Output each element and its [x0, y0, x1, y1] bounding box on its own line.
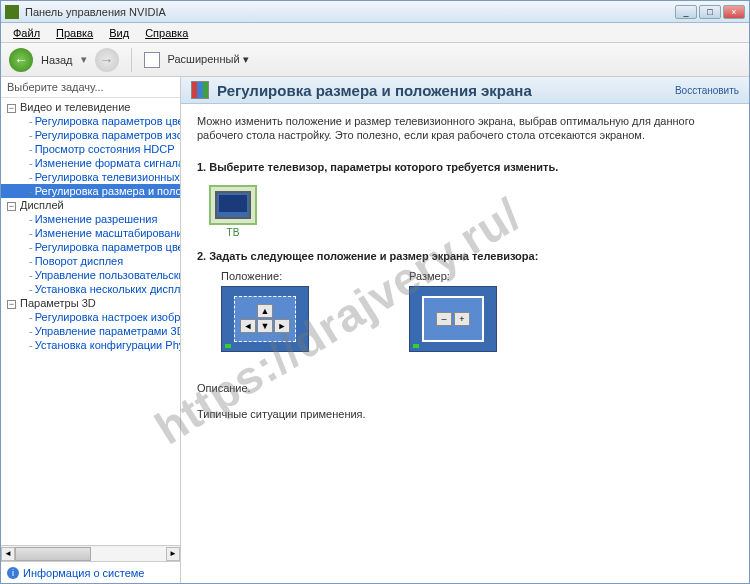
minimize-button[interactable]: _ — [675, 5, 697, 19]
step2-label: 2. Задать следующее положение и размер э… — [181, 242, 749, 266]
tree-item[interactable]: -Регулировка настроек изображения с пр — [1, 310, 180, 324]
back-dropdown-icon[interactable]: ▾ — [81, 53, 87, 66]
menubar: Файл Правка Вид Справка — [1, 23, 749, 43]
restore-defaults-link[interactable]: Восстановить — [675, 85, 739, 96]
tree-item[interactable]: -Регулировка телевизионных параметро — [1, 170, 180, 184]
size-label: Размер: — [409, 270, 497, 282]
led-icon — [413, 344, 419, 348]
size-decrease-button[interactable]: – — [436, 312, 452, 326]
tv-selector[interactable]: ТВ — [209, 185, 257, 238]
system-info-link[interactable]: Информация о системе — [23, 567, 144, 579]
move-left-button[interactable]: ◄ — [240, 319, 256, 333]
window-title: Панель управления NVIDIA — [25, 6, 675, 18]
view-mode-dropdown[interactable]: Расширенный ▾ — [168, 53, 249, 66]
tree-category[interactable]: −Видео и телевидение — [1, 100, 180, 114]
size-increase-button[interactable]: + — [454, 312, 470, 326]
forward-button[interactable]: → — [95, 48, 119, 72]
back-button[interactable]: ← — [9, 48, 33, 72]
nvidia-control-panel-window: Панель управления NVIDIA _ □ × Файл Прав… — [0, 0, 750, 584]
led-icon — [225, 344, 231, 348]
tree-item[interactable]: -Регулировка параметров цвета рабоче — [1, 240, 180, 254]
toolbar: ← Назад ▾ → Расширенный ▾ — [1, 43, 749, 77]
tree-item[interactable]: -Управление параметрами 3D — [1, 324, 180, 338]
tree-item[interactable]: -Регулировка параметров изображения д — [1, 128, 180, 142]
sidebar-footer: i Информация о системе — [1, 561, 180, 583]
scroll-track[interactable] — [15, 547, 166, 561]
sidebar-header: Выберите задачу... — [1, 77, 180, 98]
tv-icon — [215, 191, 251, 219]
view-mode-icon[interactable] — [144, 52, 160, 68]
maximize-button[interactable]: □ — [699, 5, 721, 19]
page-title: Регулировка размера и положения экрана — [217, 82, 667, 99]
menu-help[interactable]: Справка — [137, 25, 196, 41]
feature-icon — [191, 81, 209, 99]
expand-toggle-icon[interactable]: − — [7, 202, 16, 211]
tree-item[interactable]: -Управление пользовательским разреше — [1, 268, 180, 282]
tree-item[interactable]: -Регулировка параметров цвета для вид — [1, 114, 180, 128]
main-content: Регулировка размера и положения экрана В… — [181, 77, 749, 583]
toolbar-separator — [131, 48, 132, 72]
tree-category[interactable]: −Дисплей — [1, 198, 180, 212]
titlebar[interactable]: Панель управления NVIDIA _ □ × — [1, 1, 749, 23]
step1-label: 1. Выберите телевизор, параметры которог… — [181, 153, 749, 177]
size-control: Размер: – + — [409, 270, 497, 352]
tree-item[interactable]: -Изменение масштабирования для монит — [1, 226, 180, 240]
size-panel[interactable]: – + — [409, 286, 497, 352]
menu-view[interactable]: Вид — [101, 25, 137, 41]
scroll-right-button[interactable]: ► — [166, 547, 180, 561]
tv-label: ТВ — [209, 227, 257, 238]
close-button[interactable]: × — [723, 5, 745, 19]
tree-category[interactable]: −Параметры 3D — [1, 296, 180, 310]
description-section: Описание. — [181, 372, 749, 398]
tree-item[interactable]: -Установка нескольких дисплеев — [1, 282, 180, 296]
move-right-button[interactable]: ► — [274, 319, 290, 333]
page-header: Регулировка размера и положения экрана В… — [181, 77, 749, 104]
scroll-thumb[interactable] — [15, 547, 91, 561]
position-label: Положение: — [221, 270, 309, 282]
nvidia-icon — [5, 5, 19, 19]
typical-usage-section: Типичные ситуации применения. — [181, 398, 749, 424]
scroll-left-button[interactable]: ◄ — [1, 547, 15, 561]
menu-file[interactable]: Файл — [5, 25, 48, 41]
back-label: Назад — [41, 54, 73, 66]
position-control: Положение: ▲ ◄ ▼ ► — [221, 270, 309, 352]
menu-edit[interactable]: Правка — [48, 25, 101, 41]
page-description: Можно изменить положение и размер телеви… — [181, 104, 749, 153]
sidebar: Выберите задачу... −Видео и телевидение-… — [1, 77, 181, 583]
move-up-button[interactable]: ▲ — [257, 304, 273, 318]
sidebar-hscroll[interactable]: ◄ ► — [1, 545, 180, 561]
expand-toggle-icon[interactable]: − — [7, 300, 16, 309]
expand-toggle-icon[interactable]: − — [7, 104, 16, 113]
position-panel[interactable]: ▲ ◄ ▼ ► — [221, 286, 309, 352]
task-tree: −Видео и телевидение-Регулировка парамет… — [1, 98, 180, 545]
tree-item[interactable]: -Просмотр состояния HDCP — [1, 142, 180, 156]
tree-item[interactable]: -Изменение формата сигнала или ТВЧ — [1, 156, 180, 170]
info-icon: i — [7, 567, 19, 579]
tree-item[interactable]: -Изменение разрешения — [1, 212, 180, 226]
tree-item[interactable]: -Регулировка размера и положения экра — [1, 184, 180, 198]
move-down-button[interactable]: ▼ — [257, 319, 273, 333]
tree-item[interactable]: -Поворот дисплея — [1, 254, 180, 268]
tree-item[interactable]: -Установка конфигурации PhysX — [1, 338, 180, 352]
